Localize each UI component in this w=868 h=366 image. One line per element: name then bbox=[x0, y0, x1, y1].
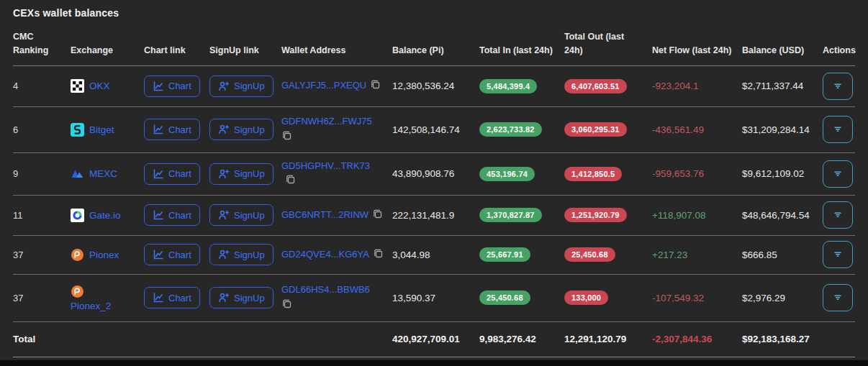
person-plus-icon bbox=[218, 168, 230, 180]
col-actions: Actions bbox=[823, 44, 855, 58]
filter-action-button[interactable] bbox=[823, 73, 853, 100]
wallet-address-link[interactable]: GDL66HS4...BBWB6 bbox=[281, 284, 370, 295]
balance-usd: $2,711,337.44 bbox=[742, 81, 823, 91]
filter-action-button[interactable] bbox=[823, 284, 853, 311]
filter-action-button[interactable] bbox=[823, 201, 853, 229]
person-plus-icon bbox=[218, 209, 230, 221]
copy-icon[interactable] bbox=[370, 79, 381, 94]
exchange-link[interactable]: Pionex bbox=[89, 250, 119, 260]
filter-action-button[interactable] bbox=[823, 160, 853, 188]
signup-button[interactable]: SignUp bbox=[209, 119, 273, 140]
total-out-badge: 25,450.68 bbox=[564, 247, 615, 262]
net-flow: -959,653.76 bbox=[652, 168, 742, 179]
col-balance-pi: Balance (Pi) bbox=[392, 44, 479, 58]
net-flow: +118,907.08 bbox=[652, 210, 742, 221]
chart-button[interactable]: Chart bbox=[144, 76, 200, 97]
signup-button[interactable]: SignUp bbox=[209, 204, 273, 226]
chart-icon bbox=[153, 124, 164, 135]
col-exchange: Exchange bbox=[71, 44, 144, 58]
col-wallet: Wallet Address bbox=[281, 44, 392, 58]
cex-balances-panel: CEXs wallet balances CMC Ranking Exchang… bbox=[0, 0, 868, 360]
page-title: CEXs wallet balances bbox=[13, 7, 855, 19]
total-out-sum: 12,291,120.79 bbox=[564, 334, 652, 344]
balance-usd: $666.85 bbox=[742, 250, 823, 260]
mexc-logo-icon bbox=[71, 167, 84, 180]
filter-icon bbox=[832, 168, 844, 180]
total-in-sum: 9,983,276.42 bbox=[479, 334, 564, 344]
wallet-address-link[interactable]: GALYJFJ5...PXEQU bbox=[281, 80, 366, 91]
chart-button[interactable]: Chart bbox=[144, 287, 200, 308]
wallet-address-link[interactable]: GD24QVE4...KG6YA bbox=[281, 249, 369, 260]
person-plus-icon bbox=[218, 81, 230, 92]
exchange-link[interactable]: OKX bbox=[89, 81, 110, 91]
total-in-badge: 5,484,399.4 bbox=[479, 79, 537, 93]
filter-icon bbox=[832, 292, 844, 303]
copy-icon[interactable] bbox=[285, 174, 296, 189]
net-flow: -436,561.49 bbox=[652, 124, 742, 135]
chart-icon bbox=[153, 292, 164, 303]
bitget-logo-icon bbox=[71, 123, 84, 137]
table-row: 11 Gate.io Chart SignUp GBC6NRTT...2RINW… bbox=[13, 196, 855, 236]
copy-icon[interactable] bbox=[372, 209, 383, 224]
exchange-link[interactable]: Pionex_2 bbox=[71, 301, 111, 311]
person-plus-icon bbox=[218, 124, 230, 135]
copy-icon[interactable] bbox=[281, 130, 384, 145]
total-out-badge: 1,251,920.79 bbox=[564, 208, 627, 222]
wallet-address-link[interactable]: GBC6NRTT...2RINW bbox=[281, 209, 369, 220]
total-in-badge: 1,370,827.87 bbox=[479, 208, 542, 222]
total-out-badge: 3,060,295.31 bbox=[564, 122, 627, 137]
net-flow: -923,204.1 bbox=[652, 81, 742, 91]
total-in-badge: 25,667.91 bbox=[479, 247, 530, 262]
filter-icon bbox=[832, 124, 844, 135]
copy-icon[interactable] bbox=[373, 248, 384, 263]
filter-icon bbox=[832, 209, 844, 221]
col-total-in: Total In (last 24h) bbox=[479, 44, 564, 58]
copy-icon[interactable] bbox=[281, 298, 384, 314]
table-row: 37 Pionex_2 Chart SignUp GDL66HS4...BBWB… bbox=[13, 275, 855, 322]
exchange-link[interactable]: Gate.io bbox=[89, 210, 121, 221]
col-chart-link: Chart link bbox=[144, 44, 209, 58]
col-total-out: Total Out (last 24h) bbox=[564, 30, 652, 58]
exchange-link[interactable]: MEXC bbox=[89, 168, 117, 179]
filter-icon bbox=[832, 81, 844, 92]
cmc-rank: 37 bbox=[13, 293, 71, 303]
filter-action-button[interactable] bbox=[823, 116, 853, 143]
balance-usd: $9,612,109.02 bbox=[742, 168, 823, 179]
col-balance-usd: Balance (USD) bbox=[742, 44, 823, 58]
signup-button[interactable]: SignUp bbox=[209, 287, 273, 308]
col-cmc-ranking: CMC Ranking bbox=[13, 30, 71, 58]
chart-button[interactable]: Chart bbox=[144, 119, 200, 140]
chart-button[interactable]: Chart bbox=[144, 244, 200, 265]
cmc-rank: 37 bbox=[13, 250, 71, 260]
table-header: CMC Ranking Exchange Chart link SignUp l… bbox=[13, 30, 855, 66]
total-out-badge: 1,412,850.5 bbox=[564, 167, 622, 181]
net-flow: +217.23 bbox=[652, 250, 742, 260]
table-row: 37 Pionex Chart SignUp GD24QVE4...KG6YA … bbox=[13, 236, 855, 275]
total-in-badge: 453,196.74 bbox=[479, 167, 535, 181]
wallet-address-link[interactable]: GD5HGPHV...TRK73 bbox=[281, 160, 370, 171]
total-net-flow: -2,307,844.36 bbox=[652, 334, 742, 344]
table-row: 4 OKX Chart SignUp GALYJFJ5...PXEQU 12,3… bbox=[13, 66, 855, 107]
gateio-logo-icon bbox=[71, 209, 84, 222]
col-signup-link: SignUp link bbox=[209, 44, 281, 58]
chart-button[interactable]: Chart bbox=[144, 204, 200, 226]
exchange-link[interactable]: Bitget bbox=[89, 124, 114, 135]
signup-button[interactable]: SignUp bbox=[209, 76, 273, 97]
total-row: Total 420,927,709.01 9,983,276.42 12,291… bbox=[13, 322, 855, 357]
filter-action-button[interactable] bbox=[823, 241, 853, 268]
person-plus-icon bbox=[218, 249, 230, 260]
signup-button[interactable]: SignUp bbox=[209, 163, 273, 185]
total-out-badge: 133,000 bbox=[564, 290, 608, 305]
table-row: 6 Bitget Chart SignUp GDFNWH6Z...FWJ75 1… bbox=[13, 107, 855, 153]
cmc-rank: 11 bbox=[13, 210, 71, 221]
balance-usd: $48,646,794.54 bbox=[742, 210, 823, 221]
wallet-address-link[interactable]: GDFNWH6Z...FWJ75 bbox=[281, 116, 372, 127]
cmc-rank: 6 bbox=[13, 124, 71, 135]
balance-pi: 3,044.98 bbox=[392, 250, 479, 260]
balance-pi: 12,380,536.24 bbox=[392, 81, 479, 91]
total-balance-pi: 420,927,709.01 bbox=[392, 334, 479, 344]
balance-pi: 142,508,146.74 bbox=[392, 124, 479, 135]
table-row: 9 MEXC Chart SignUp GD5HGPHV...TRK73 43,… bbox=[13, 153, 855, 196]
chart-button[interactable]: Chart bbox=[144, 163, 200, 185]
signup-button[interactable]: SignUp bbox=[209, 244, 273, 265]
